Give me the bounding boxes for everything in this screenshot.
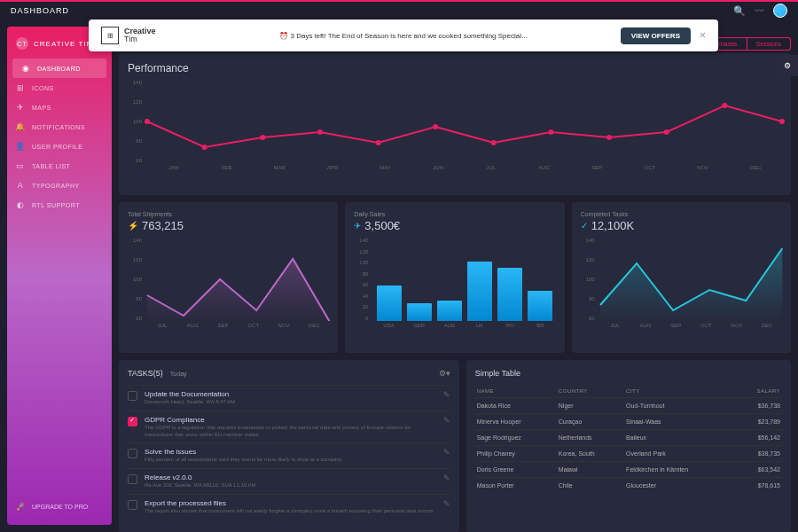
nav-icon: ▭ — [16, 161, 25, 170]
promo-banner: ⊞ Creative Tim ⏰ 3 Days left! The End of… — [89, 20, 718, 51]
promo-message: ⏰ 3 Days left! The End of Season is here… — [279, 32, 527, 40]
sidebar-item-notifications[interactable]: 🔔NOTIFICATIONS — [7, 117, 112, 137]
nav-icon: 👤 — [16, 142, 25, 151]
sidebar-item-rtl-support[interactable]: ◐RTL SUPPORT — [7, 195, 112, 215]
svg-point-5 — [433, 124, 438, 129]
task-row: Update the DocumentationDwuamish Head, S… — [128, 385, 450, 411]
svg-point-0 — [145, 119, 150, 124]
promo-logo-icon: ⊞ — [101, 27, 119, 44]
sidebar-item-user-profile[interactable]: 👤USER PROFILE — [7, 137, 112, 156]
sidebar-item-label: TABLE LIST — [32, 163, 70, 169]
sidebar-item-label: TYPOGRAPHY — [32, 183, 80, 189]
svg-point-6 — [491, 140, 497, 145]
svg-point-1 — [202, 145, 207, 150]
task-title: Update the Documentation — [145, 390, 436, 398]
sidebar-item-label: MAPS — [32, 105, 51, 111]
sidebar-item-typography[interactable]: ATYPOGRAPHY — [7, 176, 112, 195]
nav-icon: ◐ — [16, 200, 25, 209]
task-title: Release v2.0.0 — [145, 473, 436, 481]
stat-value: ⚡763,215 — [128, 219, 329, 232]
table-card: Simple Table NAMECOUNTRYCITYSALARY Dakot… — [466, 360, 791, 532]
sidebar-item-dashboard[interactable]: ◉DASHBOARD — [12, 59, 106, 78]
edit-icon[interactable]: ✎ — [443, 416, 450, 439]
sidebar-item-label: USER PROFILE — [32, 144, 82, 150]
stat-icon: ✈ — [354, 221, 361, 231]
edit-icon[interactable]: ✎ — [443, 448, 450, 464]
view-offers-button[interactable]: VIEW OFFERS — [621, 27, 691, 44]
table-row: Mason PorterChileGloucester$78,615 — [475, 478, 782, 494]
svg-point-3 — [317, 129, 323, 135]
topbar-actions: 🔍 〰 — [733, 4, 787, 18]
stat-label: Completed Tasks — [581, 211, 782, 217]
performance-title: Performance — [128, 62, 782, 74]
edit-icon[interactable]: ✎ — [443, 473, 450, 489]
nav-icon: 🔔 — [16, 122, 25, 131]
promo-brand: Creative Tim — [124, 27, 156, 43]
topbar: DASHBOARD 🔍 〰 — [0, 0, 798, 20]
edit-icon[interactable]: ✎ — [443, 499, 450, 515]
stat-chart: 140120100806040200USAGERAUSUKROBR — [354, 238, 555, 335]
nav-icon: ✈ — [16, 103, 25, 112]
tab-sessions[interactable]: Sessions — [747, 37, 791, 51]
close-icon[interactable]: × — [700, 29, 706, 42]
sidebar-item-icons[interactable]: ⊞ICONS — [7, 78, 112, 98]
svg-point-7 — [548, 129, 553, 135]
task-row: GDPR ComplianceThe GDPR is a regulation … — [128, 411, 450, 443]
table-row: Doris GreeneMalawiFeldkirchen in Kärnten… — [475, 462, 782, 478]
task-title: GDPR Compliance — [145, 416, 436, 424]
promo-logo: ⊞ Creative Tim — [101, 27, 156, 44]
sidebar-item-label: ICONS — [32, 85, 54, 91]
upgrade-button[interactable]: 🚀 UPGRADE TO PRO — [7, 497, 112, 516]
task-checkbox[interactable] — [128, 449, 137, 458]
svg-point-9 — [664, 129, 669, 135]
tasks-title: TASKS(5) — [128, 369, 163, 378]
stat-label: Total Shipments — [128, 211, 329, 217]
edit-icon[interactable]: ✎ — [443, 390, 450, 406]
task-checkbox[interactable] — [128, 417, 137, 426]
tasks-card: TASKS(5) Today ⚙▾ Update the Documentati… — [119, 360, 459, 532]
page-title: DASHBOARD — [11, 6, 69, 15]
task-title: Solve the issues — [145, 448, 436, 456]
task-desc: The report also shows that consumers wil… — [145, 508, 436, 515]
sidebar-item-label: DASHBOARD — [37, 66, 81, 72]
table-row: Dakota RiceNigerOud-Turnhout$36,738 — [475, 398, 782, 414]
tasks-tab[interactable]: Today — [170, 371, 187, 377]
activity-icon[interactable]: 〰 — [755, 5, 764, 16]
main-content: ⚙ AccountsPurchasesSessions Performance … — [112, 20, 798, 532]
rocket-icon: 🚀 — [16, 502, 25, 511]
table-title: Simple Table — [475, 369, 782, 378]
table-row: Minerva HooperCuraçaoSinaai-Waas$23,789 — [475, 414, 782, 430]
nav-icon: ◉ — [21, 64, 30, 73]
search-icon[interactable]: 🔍 — [733, 5, 746, 17]
task-row: Solve the issuesFifty percent of all res… — [128, 442, 450, 468]
task-checkbox[interactable] — [128, 500, 137, 510]
task-row: Export the processed filesThe report als… — [128, 494, 450, 520]
task-checkbox[interactable] — [128, 391, 137, 401]
simple-table: NAMECOUNTRYCITYSALARY Dakota RiceNigerOu… — [475, 385, 782, 493]
stat-value: ✓12,100K — [581, 219, 782, 232]
stat-chart: 1401201008060JULAUGSEPOCTNOVDEC — [128, 238, 329, 335]
sidebar-item-label: NOTIFICATIONS — [32, 124, 85, 130]
sidebar-item-label: RTL SUPPORT — [32, 202, 80, 208]
table-row: Philip ChaneyKorea, SouthOverland Park$3… — [475, 446, 782, 462]
stat-card-0: Total Shipments⚡763,2151401201008060JULA… — [119, 202, 338, 353]
svg-point-11 — [779, 119, 785, 124]
task-row: Release v2.0.0Ra Ave SW, Seattle, WA 981… — [128, 468, 450, 494]
nav-icon: ⊞ — [16, 83, 25, 92]
table-row: Sage RodriguezNetherlandsBaileux$56,142 — [475, 430, 782, 446]
sidebar-item-table-list[interactable]: ▭TABLE LIST — [7, 156, 112, 176]
svg-point-8 — [606, 135, 612, 140]
task-checkbox[interactable] — [128, 474, 137, 484]
sidebar-brand: CREATIVE TIM — [34, 40, 93, 48]
avatar[interactable] — [773, 4, 787, 18]
performance-card: Performance 1401201008060 JANFEBMARAPRMA… — [119, 53, 791, 195]
tasks-settings[interactable]: ⚙▾ — [439, 369, 450, 378]
stat-chart: 1401201008060JULAUGSEPOCTNOVDEC — [581, 238, 782, 335]
stat-value: ✈3,500€ — [354, 219, 555, 232]
settings-fab[interactable]: ⚙ — [777, 55, 798, 76]
task-desc: Dwuamish Head, Seattle, WA 8:47 AM — [145, 399, 436, 406]
sidebar-item-maps[interactable]: ✈MAPS — [7, 98, 112, 117]
stat-label: Daily Sales — [354, 211, 555, 217]
performance-chart: 1401201008060 JANFEBMARAPRMAYJUNJULAUGSE… — [128, 80, 782, 177]
task-desc: Ra Ave SW, Seattle, WA 98116, SUA 11:19 … — [145, 482, 436, 489]
